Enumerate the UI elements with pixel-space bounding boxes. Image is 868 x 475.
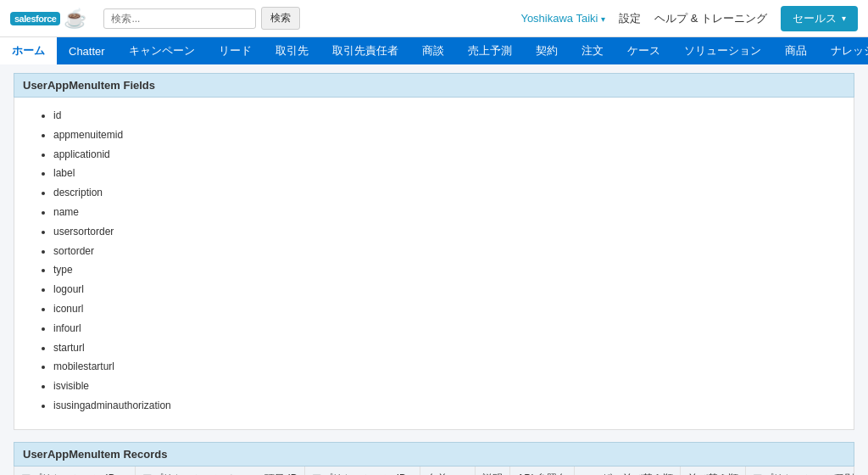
fields-list: id appmenuitemid applicationid label des… (40, 106, 837, 416)
logo-area: salesforce ☕ (10, 8, 86, 30)
records-table: アプリケーション ID アプリケーションメニュー項目 ID アプリケーション I… (14, 467, 854, 475)
sales-dropdown-arrow: ▾ (842, 14, 846, 23)
nav-item-solution[interactable]: ソリューション (672, 37, 773, 64)
list-item: applicationid (53, 145, 837, 165)
table-header-row: アプリケーション ID アプリケーションメニュー項目 ID アプリケーション I… (14, 467, 854, 475)
col-sort: 並び替え順 (680, 467, 745, 475)
list-item: logourl (53, 280, 837, 299)
nav-item-home[interactable]: ホーム (0, 37, 57, 64)
col-app-id2: アプリケーション ID (305, 467, 420, 475)
user-menu[interactable]: Yoshikawa Taiki ▾ (520, 12, 605, 25)
nav-item-lead[interactable]: リード (207, 37, 264, 64)
nav-item-opportunity[interactable]: 商談 (410, 37, 456, 64)
list-item: sortorder (53, 242, 837, 261)
col-app-id: アプリケーション ID (14, 467, 136, 475)
records-table-wrapper: アプリケーション ID アプリケーションメニュー項目 ID アプリケーション I… (14, 467, 854, 475)
list-item: type (53, 260, 837, 280)
search-area: 検索 (103, 7, 300, 30)
nav-item-contact[interactable]: 取引先責任者 (320, 37, 410, 64)
list-item: appmenuitemid (53, 126, 837, 145)
col-description: 説明 (476, 467, 510, 475)
navigation: ホーム Chatter キャンペーン リード 取引先 取引先責任者 商談 売上予… (0, 37, 868, 64)
nav-item-chatter[interactable]: Chatter (57, 37, 117, 64)
content-area: UserAppMenuItem Fields id appmenuitemid … (0, 64, 868, 475)
sales-button[interactable]: セールス ▾ (781, 6, 858, 31)
header-right: Yoshikawa Taiki ▾ 設定 ヘルプ & トレーニング セールス ▾ (520, 6, 858, 31)
nav-item-knowledge[interactable]: ナレッジ (819, 37, 868, 64)
col-api-ref: API 参照名 (510, 467, 575, 475)
records-section: UserAppMenuItem Records アプリケーション ID アプリケ… (14, 442, 854, 475)
user-dropdown-arrow: ▾ (601, 14, 605, 24)
fields-section: UserAppMenuItem Fields id appmenuitemid … (14, 73, 854, 430)
list-item: description (53, 183, 837, 203)
nav-item-forecast[interactable]: 売上予測 (456, 37, 524, 64)
fields-section-body: id appmenuitemid applicationid label des… (14, 98, 854, 430)
coffee-icon: ☕ (64, 8, 86, 30)
sales-label: セールス (793, 11, 837, 26)
search-button[interactable]: 検索 (261, 7, 300, 30)
list-item: iconurl (53, 299, 837, 319)
col-name: 名前 (420, 467, 476, 475)
settings-link[interactable]: 設定 (619, 11, 641, 26)
nav-item-order[interactable]: 注文 (570, 37, 615, 64)
list-item: id (53, 106, 837, 126)
list-item: starturl (53, 338, 837, 358)
salesforce-logo: salesforce (10, 12, 60, 25)
user-name: Yoshikawa Taiki (520, 12, 598, 25)
col-type: アプリケーション種別 (745, 467, 854, 475)
nav-item-case[interactable]: ケース (615, 37, 672, 64)
list-item: isusingadminauthorization (53, 396, 837, 416)
nav-item-account[interactable]: 取引先 (264, 37, 320, 64)
records-section-title: UserAppMenuItem Records (14, 442, 854, 467)
list-item: infourl (53, 319, 837, 338)
help-link[interactable]: ヘルプ & トレーニング (654, 11, 767, 26)
nav-item-contract[interactable]: 契約 (524, 37, 570, 64)
list-item: mobilestarturl (53, 357, 837, 377)
col-menu-id: アプリケーションメニュー項目 ID (136, 467, 305, 475)
header: salesforce ☕ 検索 Yoshikawa Taiki ▾ 設定 ヘルプ… (0, 0, 868, 37)
fields-section-title: UserAppMenuItem Fields (14, 73, 854, 98)
list-item: isvisible (53, 377, 837, 396)
nav-item-product[interactable]: 商品 (773, 37, 819, 64)
nav-item-campaign[interactable]: キャンペーン (117, 37, 207, 64)
col-user-sort: ユーザの並び替え順 (574, 467, 680, 475)
list-item: name (53, 203, 837, 222)
search-input[interactable] (103, 8, 256, 29)
list-item: usersortorder (53, 222, 837, 242)
list-item: label (53, 164, 837, 183)
